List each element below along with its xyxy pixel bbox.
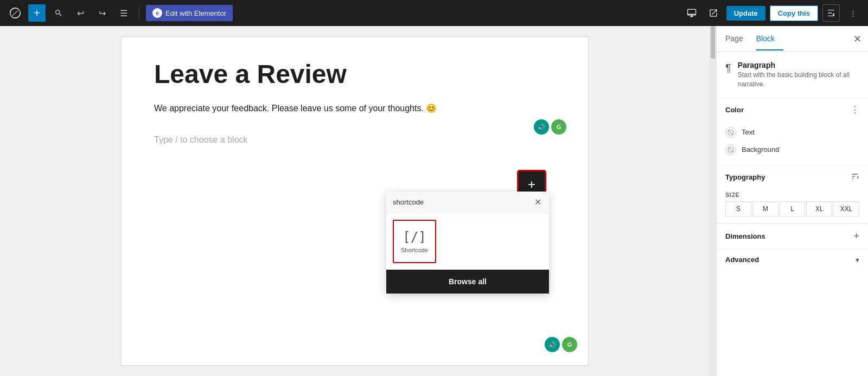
color-options: Text Background (717, 122, 868, 165)
color-section-title: Color (725, 106, 744, 114)
avatar-teal-bottom: 🔊 (545, 337, 560, 352)
browse-all-button[interactable]: Browse all (386, 270, 549, 294)
inserter-search-input[interactable] (393, 198, 533, 206)
update-button[interactable]: Update (726, 6, 765, 21)
wp-logo[interactable] (7, 4, 24, 22)
dimensions-section-title: Dimensions (725, 232, 765, 240)
shortcode-block-label: Shortcode (401, 247, 428, 253)
size-s-button[interactable]: S (725, 201, 751, 216)
shortcode-block-item[interactable]: [/] Shortcode (393, 220, 436, 263)
typography-section-title: Typography (725, 173, 765, 181)
avatar-teal: 🔊 (534, 119, 549, 135)
size-label: SIZE (725, 192, 859, 198)
inserter-close-button[interactable]: ✕ (533, 196, 542, 208)
background-color-row: Background (725, 141, 859, 158)
block-description: Start with the basic building block of a… (738, 71, 859, 89)
color-section-header[interactable]: Color ⋮ (717, 98, 868, 122)
page-title: Leave a Review (154, 59, 556, 90)
main-toolbar: + ↩ ↪ ☰ e Edit with Elementor Update Cop… (0, 0, 868, 26)
sidebar-block-info: ¶ Paragraph Start with the basic buildin… (717, 52, 868, 98)
block-placeholder[interactable]: Type / to choose a block (154, 131, 556, 149)
avatar-green: G (551, 119, 566, 135)
desktop-view-button[interactable] (683, 4, 700, 22)
color-more-button[interactable]: ⋮ (851, 105, 859, 115)
right-sidebar: Page Block ✕ ¶ Paragraph Start with the … (716, 26, 868, 376)
svg-line-1 (728, 130, 733, 135)
undo-button[interactable]: ↩ (72, 4, 89, 22)
page-subtitle: We appreciate your feedback. Please leav… (154, 103, 556, 113)
text-color-label: Text (742, 128, 755, 136)
toolbar-separator (139, 7, 139, 20)
main-layout: 🔊 G Leave a Review We appreciate your fe… (0, 26, 868, 376)
editor-area: 🔊 G Leave a Review We appreciate your fe… (0, 26, 710, 376)
block-name: Paragraph (738, 61, 859, 69)
text-color-swatch[interactable] (725, 127, 736, 138)
copy-this-button[interactable]: Copy this (770, 5, 818, 21)
block-inserter-popup: ✕ [/] Shortcode Browse all (386, 192, 549, 294)
editor-scroll-thumb (711, 26, 715, 59)
size-m-button[interactable]: M (752, 201, 778, 216)
background-color-label: Background (742, 145, 779, 154)
size-buttons: S M L XL XXL (725, 201, 859, 216)
paragraph-icon: ¶ (725, 62, 731, 74)
size-xl-button[interactable]: XL (806, 201, 832, 216)
toolbar-right: Update Copy this ⋮ (683, 4, 861, 22)
dimensions-add-button[interactable]: + (853, 231, 859, 242)
avatar-green-bottom: G (562, 337, 577, 352)
tab-page[interactable]: Page (725, 28, 752, 50)
list-view-button[interactable]: ☰ (115, 4, 132, 22)
size-l-button[interactable]: L (780, 201, 806, 216)
sidebar-toggle-button[interactable] (822, 4, 840, 22)
size-xxl-button[interactable]: XXL (833, 201, 859, 216)
external-link-button[interactable] (705, 4, 722, 22)
tab-block[interactable]: Block (756, 28, 783, 50)
shortcode-block-icon: [/] (403, 230, 426, 245)
background-color-swatch[interactable] (725, 144, 736, 155)
dimensions-section-header[interactable]: Dimensions + (717, 224, 868, 248)
advanced-section-header[interactable]: Advanced ▾ (717, 248, 868, 271)
editor-scrollbar[interactable] (710, 26, 716, 376)
edit-elementor-button[interactable]: e Edit with Elementor (146, 5, 233, 21)
text-color-row: Text (725, 124, 859, 141)
typography-options: SIZE S M L XL XXL (717, 189, 868, 223)
advanced-section-title: Advanced (725, 256, 759, 264)
typography-section-header[interactable]: Typography (717, 165, 868, 189)
tools-button[interactable] (50, 4, 67, 22)
sidebar-header: Page Block ✕ (717, 26, 868, 52)
typography-more-button[interactable] (851, 172, 859, 183)
sidebar-typography-section: Typography SIZE S M L XL XXL (717, 165, 868, 224)
canvas-avatars-bottom: 🔊 G (545, 337, 577, 352)
canvas-avatars-top: 🔊 G (534, 119, 566, 135)
advanced-chevron-icon: ▾ (856, 256, 859, 264)
editor-canvas: 🔊 G Leave a Review We appreciate your fe… (122, 37, 588, 365)
add-block-button[interactable]: + (28, 4, 46, 22)
redo-button[interactable]: ↪ (93, 4, 111, 22)
inserter-search-bar: ✕ (386, 192, 549, 213)
elementor-icon: e (152, 8, 162, 18)
sidebar-close-button[interactable]: ✕ (853, 33, 861, 45)
svg-line-3 (728, 147, 733, 152)
inserter-blocks-grid: [/] Shortcode (386, 213, 549, 270)
sidebar-color-section: Color ⋮ Text Background (717, 98, 868, 165)
more-options-button[interactable]: ⋮ (844, 4, 861, 22)
